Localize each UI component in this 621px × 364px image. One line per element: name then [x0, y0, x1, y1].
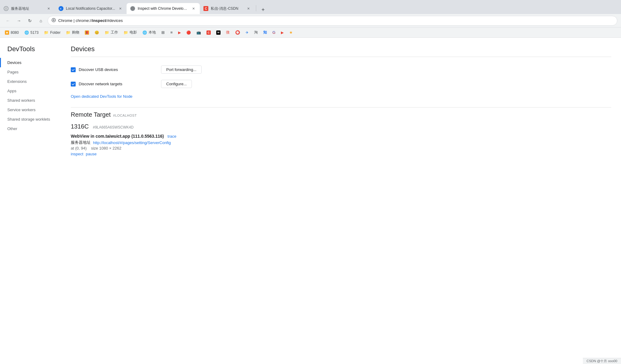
bookmark-8080[interactable]: ■ 8080: [2, 29, 21, 37]
bookmark-taobao-icon: 淘: [254, 30, 258, 35]
bookmark-folder-icon: 📁: [44, 30, 48, 35]
bookmark-csdn[interactable]: C: [204, 29, 213, 37]
bookmark-star-icon: ★: [289, 30, 293, 35]
bookmark-folder[interactable]: 📁 Folder: [41, 29, 63, 37]
bookmark-5173-icon: 🌐: [24, 30, 29, 35]
webview-url-row: 服务器地址 http://localhost/#/pages/setting/S…: [71, 140, 611, 145]
device-entry: 1316C #9LA665A6SWSCWK4D WebView in com.t…: [71, 123, 611, 156]
bookmark-weibo-icon: 微: [226, 30, 230, 35]
bookmark-play[interactable]: ▶: [176, 29, 183, 37]
address-bar: ← → ↻ ⌂ Chrome | chrome://inspect/#devic…: [0, 14, 621, 27]
sidebar-item-extensions[interactable]: Extensions: [0, 77, 61, 86]
sidebar-item-pages[interactable]: Pages: [0, 67, 61, 77]
devtools-node-wrapper: Open dedicated DevTools for Node: [71, 94, 611, 99]
tab-4[interactable]: C 私信-消息-CSDN ✕: [200, 3, 255, 14]
bookmark-local[interactable]: 🌐 本地: [140, 29, 158, 37]
bookmark-movie[interactable]: 📁 电影: [121, 29, 139, 37]
network-option-row: Discover network targets Configure...: [71, 80, 611, 88]
bookmark-m-icon: M: [216, 30, 221, 35]
tab-2[interactable]: ✕ Local Notifications Capacitor... ✕: [55, 3, 127, 14]
forward-button[interactable]: →: [15, 16, 23, 25]
divider-middle: [71, 107, 611, 108]
bookmarks-bar: ■ 8080 🌐 5173 📁 Folder 📁 购物 📕 😊 📁 工作 📁 电…: [0, 27, 621, 38]
webview-trace-link[interactable]: trace: [167, 134, 176, 139]
url-bold: inspect: [92, 18, 106, 23]
url-display: Chrome | chrome://inspect/#devices: [58, 18, 123, 23]
new-tab-button[interactable]: +: [259, 5, 267, 14]
bookmark-m[interactable]: M: [214, 29, 223, 37]
bookmark-github[interactable]: ⭕: [233, 29, 242, 37]
bookmark-weibo[interactable]: 微: [224, 29, 232, 37]
bookmark-telegram-icon: ✈: [246, 30, 249, 35]
bookmark-youtube[interactable]: ▶: [278, 29, 286, 37]
sidebar-item-devices-label: Devices: [7, 60, 21, 65]
tab-4-close[interactable]: ✕: [246, 6, 251, 11]
sidebar-item-service-workers[interactable]: Service workers: [0, 105, 61, 115]
bookmark-emoji[interactable]: 😊: [92, 29, 102, 37]
webview-pause-link[interactable]: pause: [86, 152, 96, 156]
sidebar-item-shared-workers[interactable]: Shared workers: [0, 96, 61, 105]
device-name-row: 1316C #9LA665A6SWSCWK4D: [71, 123, 611, 130]
bookmark-emoji-icon: 😊: [95, 30, 99, 35]
tab-bar: 服务器地址 ✕ ✕ Local Notifications Capacitor.…: [0, 0, 621, 14]
sidebar-item-other[interactable]: Other: [0, 124, 61, 133]
bookmark-5[interactable]: 📕: [82, 29, 92, 37]
reload-button[interactable]: ↻: [26, 16, 34, 25]
bookmark-8080-label: 8080: [11, 30, 19, 35]
bookmark-star[interactable]: ★: [287, 29, 295, 37]
bookmark-zhihu[interactable]: 知: [261, 29, 269, 37]
devtools-node-link[interactable]: Open dedicated DevTools for Node: [71, 94, 132, 99]
tab-3-favicon: [130, 6, 135, 11]
tab-divider: [256, 5, 256, 11]
url-protocol: Chrome: [58, 18, 72, 23]
port-forwarding-button[interactable]: Port forwarding...: [161, 65, 202, 74]
network-checkbox[interactable]: [71, 82, 76, 87]
bookmark-google-icon: G: [272, 30, 275, 35]
bookmark-shopping[interactable]: 📁 购物: [63, 29, 82, 37]
webview-url-link[interactable]: http://localhost/#/pages/setting/ServerC…: [93, 140, 171, 145]
status-bar-text: CSDN @十月 ooo00: [587, 359, 617, 363]
home-button[interactable]: ⌂: [37, 16, 45, 25]
tab-2-close[interactable]: ✕: [117, 6, 123, 11]
bookmark-5-icon: 📕: [85, 30, 89, 35]
webview-page-name: 服务器地址: [71, 140, 91, 145]
bookmark-github-icon: ⭕: [235, 30, 240, 35]
bookmark-telegram[interactable]: ✈: [243, 29, 251, 37]
browser-chrome: 服务器地址 ✕ ✕ Local Notifications Capacitor.…: [0, 0, 621, 38]
network-checkbox-wrapper: Discover network targets: [71, 82, 156, 87]
bookmark-shopping-label: 购物: [72, 30, 79, 35]
tab-2-favicon: ✕: [59, 6, 63, 11]
bookmark-google[interactable]: G: [270, 29, 278, 37]
tab-2-label: Local Notifications Capacitor...: [66, 6, 115, 11]
bookmark-menu[interactable]: ≡: [168, 29, 175, 37]
sidebar: DevTools Devices Pages Extensions Apps S…: [0, 38, 61, 364]
url-separator: |: [74, 18, 76, 23]
tab-1-close[interactable]: ✕: [46, 6, 51, 11]
bookmark-zhihu-icon: 知: [263, 30, 267, 35]
bookmark-local-label: 本地: [149, 30, 156, 35]
url-bar[interactable]: Chrome | chrome://inspect/#devices: [48, 16, 617, 26]
bookmark-tv[interactable]: 📺: [194, 29, 203, 37]
webview-inspect-link[interactable]: inspect: [71, 152, 83, 156]
bookmark-5173[interactable]: 🌐 5173: [22, 29, 41, 37]
bookmark-play-icon: ▶: [178, 30, 181, 35]
configure-button[interactable]: Configure...: [161, 80, 192, 88]
sidebar-item-apps[interactable]: Apps: [0, 86, 61, 96]
webview-size: size 1080 × 2262: [91, 146, 121, 150]
bookmark-work[interactable]: 📁 工作: [102, 29, 120, 37]
sidebar-item-shared-storage[interactable]: Shared storage worklets: [0, 115, 61, 124]
sidebar-item-devices[interactable]: Devices: [0, 58, 61, 67]
tab-3[interactable]: Inspect with Chrome Develop... ✕: [127, 3, 200, 14]
bookmark-taobao[interactable]: 淘: [252, 29, 260, 37]
sidebar-item-shared-workers-label: Shared workers: [7, 98, 35, 103]
bookmark-red-icon: 🔴: [186, 30, 191, 35]
bookmark-local-icon: 🌐: [142, 30, 147, 35]
bookmark-grid[interactable]: ⊞: [159, 29, 167, 37]
webview-title-row: WebView in com.taiwuict.app (111.0.5563.…: [71, 134, 611, 139]
tab-1[interactable]: 服务器地址 ✕: [0, 3, 55, 14]
usb-checkbox-label: Discover USB devices: [79, 67, 118, 72]
bookmark-red-circle[interactable]: 🔴: [184, 29, 193, 37]
back-button[interactable]: ←: [4, 16, 12, 25]
usb-checkbox[interactable]: [71, 67, 76, 72]
tab-3-close[interactable]: ✕: [191, 6, 196, 11]
